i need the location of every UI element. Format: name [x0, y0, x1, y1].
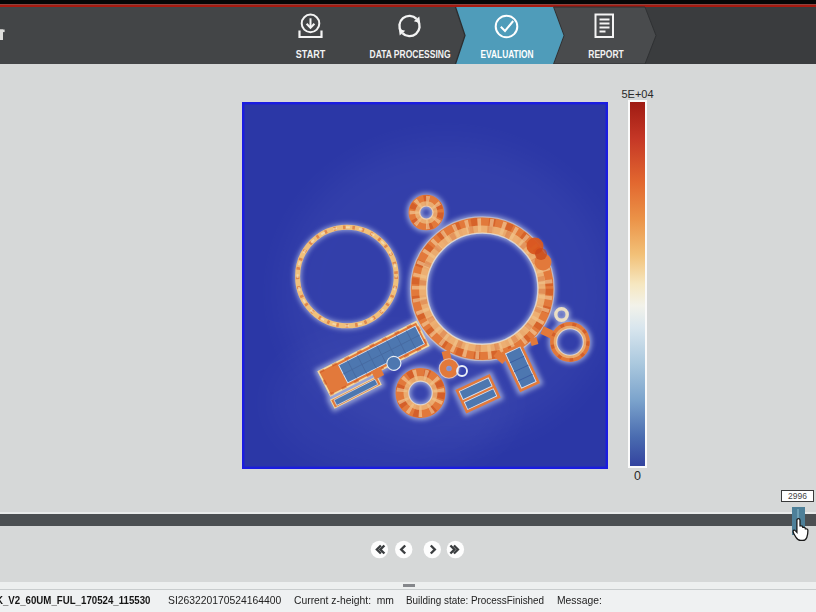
- svg-text:DATA PROCESSING: DATA PROCESSING: [370, 48, 451, 60]
- svg-text:EVALUATION: EVALUATION: [481, 48, 534, 60]
- svg-text:START: START: [296, 48, 326, 60]
- svg-text:REPORT: REPORT: [588, 48, 624, 60]
